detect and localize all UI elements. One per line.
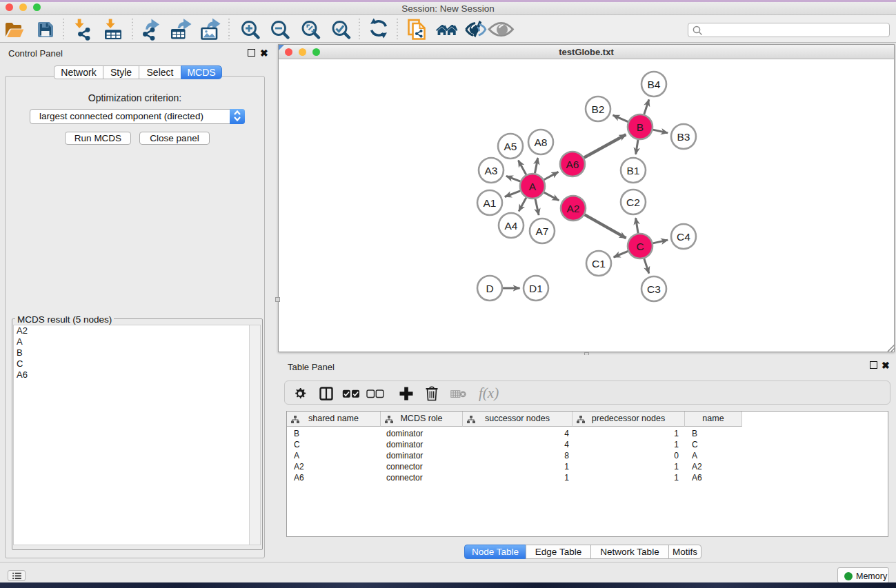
svg-text:A4: A4 — [505, 220, 518, 232]
svg-text:D: D — [486, 283, 493, 294]
svg-text:C1: C1 — [592, 258, 606, 270]
svg-text:D1: D1 — [529, 283, 543, 294]
svg-text:A7: A7 — [536, 225, 549, 237]
svg-text:B2: B2 — [592, 103, 605, 115]
svg-text:B1: B1 — [627, 165, 640, 176]
svg-text:A: A — [529, 181, 537, 192]
svg-text:C: C — [636, 241, 644, 252]
svg-text:A5: A5 — [504, 141, 517, 152]
svg-text:C4: C4 — [677, 231, 690, 243]
svg-text:A3: A3 — [485, 165, 498, 176]
svg-text:C3: C3 — [647, 283, 661, 295]
svg-text:C2: C2 — [626, 196, 640, 208]
svg-text:B3: B3 — [677, 131, 690, 143]
svg-text:B4: B4 — [648, 79, 661, 90]
svg-text:A8: A8 — [535, 136, 548, 148]
svg-text:A1: A1 — [484, 197, 497, 209]
svg-text:B: B — [637, 121, 644, 133]
svg-text:A6: A6 — [566, 159, 579, 170]
svg-text:A2: A2 — [567, 203, 580, 214]
